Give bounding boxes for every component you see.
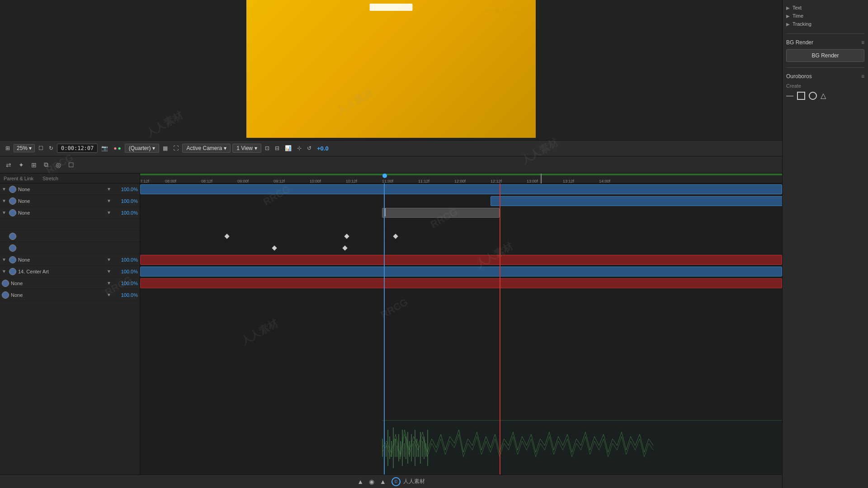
camera-dropdown[interactable]: Active Camera ▾ — [182, 144, 231, 153]
quality-arrow: ▾ — [152, 145, 155, 151]
keyframe-4[interactable] — [272, 245, 277, 250]
layer-expand-arrow-7[interactable]: ▼ — [107, 269, 111, 274]
bottom-logo: © 人人素材 — [392, 477, 425, 486]
time-display[interactable]: 0:00:12:07 — [57, 144, 98, 153]
bg-render-menu-icon[interactable]: ≡ — [861, 39, 864, 46]
fullscreen-icon: ⛶ — [173, 145, 179, 151]
bottom-up-button[interactable]: ▲ — [357, 478, 363, 485]
quality-dropdown[interactable]: (Quarter) ▾ — [125, 144, 160, 153]
svg-rect-17 — [413, 443, 414, 457]
layer-expand-arrow-6[interactable]: ▼ — [107, 257, 111, 262]
track-row-5a — [140, 230, 782, 242]
minus-tool[interactable]: — — [786, 92, 793, 100]
layout1-icon: ⊡ — [265, 145, 269, 151]
layer-expand-arrow-3[interactable]: ▼ — [107, 210, 111, 215]
track-block-7[interactable] — [140, 267, 782, 277]
layer-expand-arrow-9[interactable]: ▼ — [107, 292, 111, 297]
tl-copy-button[interactable]: ⧉ — [42, 160, 51, 169]
square-tool[interactable] — [797, 92, 805, 100]
layer-parent-1: None — [18, 187, 105, 192]
divider-1 — [786, 33, 864, 34]
svg-rect-16 — [411, 434, 412, 461]
timeline-header: Parent & Link Stretch 7:12f 08:00f 08:12… — [0, 174, 782, 183]
refresh-button[interactable]: ↺ — [305, 142, 313, 155]
text-item[interactable]: ▶ Text — [786, 4, 864, 12]
tl-calendar-button[interactable]: ☐ — [66, 160, 76, 169]
layout1-button[interactable]: ⊡ — [263, 142, 271, 155]
expand-arrow-1[interactable]: ▼ — [2, 187, 7, 192]
layer-icon-6 — [9, 256, 16, 263]
keyframe-3[interactable] — [393, 234, 398, 239]
triangle-tool[interactable]: △ — [821, 91, 826, 100]
svg-rect-1 — [384, 432, 385, 464]
svg-rect-9 — [398, 434, 399, 461]
bottom-slider[interactable]: ◉ — [369, 478, 374, 485]
share-button[interactable]: ⊹ — [295, 142, 303, 155]
i-beam-2[interactable] — [385, 213, 386, 216]
ruler-mark-0: 7:12f — [140, 179, 149, 183]
track-row-8 — [140, 277, 782, 289]
keyframe-5[interactable] — [342, 245, 347, 250]
layer-expand-arrow-1[interactable]: ▼ — [107, 187, 111, 192]
chart-icon: 📊 — [285, 145, 292, 151]
expand-arrow-3[interactable]: ▼ — [2, 210, 7, 216]
fit-button[interactable]: ⊞ — [4, 142, 12, 155]
keyframe-1[interactable] — [224, 234, 229, 239]
color-button[interactable]: ● ● — [112, 142, 123, 155]
circle-tool[interactable] — [809, 92, 817, 100]
track-block-3[interactable] — [382, 208, 500, 218]
svg-rect-14 — [407, 432, 408, 464]
track-block-1[interactable] — [140, 184, 782, 194]
time-expand-icon[interactable]: ▶ — [786, 14, 790, 19]
tracking-item[interactable]: ▶ Tracking — [786, 20, 864, 28]
view-dropdown[interactable]: 1 View ▾ — [232, 144, 261, 153]
track-block-2[interactable] — [491, 196, 782, 206]
bottom-down-button[interactable]: ▲ — [380, 478, 386, 485]
tl-swap-icon: ⇄ — [6, 161, 11, 169]
grid-button[interactable]: ▦ — [161, 142, 170, 155]
layer-icon-1 — [9, 186, 16, 193]
tl-calendar-icon: ☐ — [68, 161, 74, 169]
text-expand-icon[interactable]: ▶ — [786, 5, 790, 10]
create-label: Create — [786, 83, 864, 89]
layer-stretch-8: 100.0% — [113, 281, 138, 286]
snapshot-button[interactable]: 📷 — [99, 142, 110, 155]
tl-layers-button[interactable]: ⊞ — [29, 160, 39, 169]
timeline-toolbar: ⇄ ✦ ⊞ ⧉ ◎ ☐ — [0, 156, 782, 174]
preview-image: www.rrcg.cn — [246, 0, 536, 138]
preview-title — [369, 4, 412, 11]
zoom-dropdown-arrow: ▾ — [29, 145, 32, 151]
tl-swap-button[interactable]: ⇄ — [4, 160, 14, 169]
timeline-area: ⇄ ✦ ⊞ ⧉ ◎ ☐ — [0, 156, 782, 474]
time-item[interactable]: ▶ Time — [786, 12, 864, 20]
layout2-button[interactable]: ⊟ — [273, 142, 281, 155]
bg-render-button[interactable]: BG Render — [786, 49, 864, 62]
ruler-mark-13: 14:00f — [599, 179, 610, 183]
layer-stretch-7: 100.0% — [113, 269, 138, 274]
expand-arrow-7[interactable]: ▼ — [2, 269, 7, 274]
tl-star-button[interactable]: ✦ — [16, 160, 26, 169]
ouroboros-menu-icon[interactable]: ≡ — [861, 73, 864, 80]
layer-expand-arrow-8[interactable]: ▼ — [107, 281, 111, 286]
tracking-expand-icon[interactable]: ▶ — [786, 22, 790, 27]
keyframe-2[interactable] — [344, 234, 349, 239]
expand-arrow-6[interactable]: ▼ — [2, 257, 7, 263]
tl-layers-icon: ⊞ — [31, 161, 37, 169]
svg-rect-5 — [391, 441, 392, 457]
screenshot-button[interactable]: ☐ — [37, 142, 45, 155]
layer-stretch-6: 100.0% — [113, 257, 138, 263]
layer-icon-9 — [2, 291, 9, 299]
track-block-6[interactable] — [140, 255, 782, 265]
zoom-control[interactable]: 25% ▾ — [14, 144, 35, 152]
layer-row-1: ▼ None ▼ 100.0% — [0, 183, 140, 195]
fullscreen-button[interactable]: ⛶ — [171, 142, 180, 155]
chart-button[interactable]: 📊 — [283, 142, 293, 155]
track-row-5b — [140, 242, 782, 254]
expand-arrow-2[interactable]: ▼ — [2, 198, 7, 204]
svg-rect-10 — [400, 441, 401, 457]
quality-value: (Quarter) — [129, 145, 151, 151]
layer-expand-arrow-2[interactable]: ▼ — [107, 198, 111, 203]
transform-button[interactable]: ↻ — [47, 142, 55, 155]
track-block-8[interactable] — [140, 278, 782, 288]
tl-link-button[interactable]: ◎ — [53, 160, 63, 169]
